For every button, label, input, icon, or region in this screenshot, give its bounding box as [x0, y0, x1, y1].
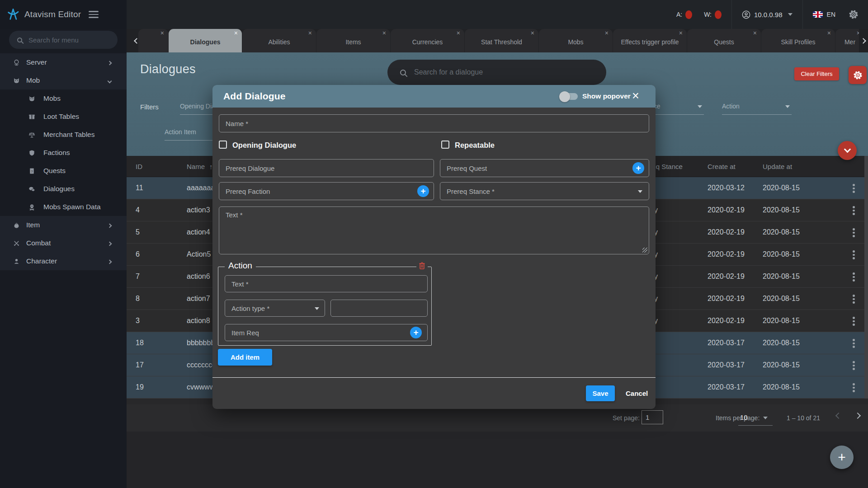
prereq-stance-label: Prereq Stance *: [447, 183, 495, 201]
row-menu-kebab-icon[interactable]: [852, 338, 856, 349]
tab-effects-trigger-profile[interactable]: Effects trigger profile×: [613, 29, 687, 52]
sidebar-item-dialogues[interactable]: Dialogues: [0, 180, 127, 198]
add-dialogue-fab[interactable]: +: [830, 446, 854, 469]
items-per-page-caret-icon[interactable]: [763, 417, 768, 419]
row-menu-kebab-icon[interactable]: [852, 382, 856, 393]
column-header-name[interactable]: Name: [187, 163, 205, 170]
add-item-req-button[interactable]: +: [410, 327, 422, 338]
delete-action-trash-icon[interactable]: [416, 262, 428, 270]
tab-mobs[interactable]: Mobs×: [539, 29, 613, 52]
prereq-quest-field[interactable]: Prereq Quest +: [440, 159, 649, 177]
action-fieldset-legend: Action: [225, 261, 256, 271]
sidebar-search[interactable]: [9, 31, 118, 49]
prereq-dialogue-field[interactable]: Prereq Dialogue: [219, 159, 434, 177]
auth-status-label: A:: [676, 11, 682, 18]
column-header-id[interactable]: ID: [136, 163, 142, 170]
scrollbar-track[interactable]: [864, 156, 868, 399]
close-icon[interactable]: ×: [632, 85, 639, 107]
atavism-logo: [6, 8, 20, 21]
cell-id: 4: [136, 206, 140, 214]
row-menu-kebab-icon[interactable]: [852, 205, 856, 216]
settings-gear-icon[interactable]: [848, 9, 859, 20]
add-prereq-faction-button[interactable]: +: [417, 185, 429, 197]
tab-close-icon[interactable]: ×: [827, 30, 831, 36]
tab-stat-threshold[interactable]: Stat Threshold×: [465, 29, 538, 52]
opening-dialogue-checkbox[interactable]: [219, 141, 227, 149]
tab-close-icon[interactable]: ×: [679, 30, 683, 36]
language-label[interactable]: EN: [827, 11, 835, 18]
item-req-field[interactable]: Item Req +: [225, 324, 428, 341]
cell-id: 5: [136, 228, 140, 236]
action-value-field[interactable]: [330, 300, 428, 317]
sidebar-item-merchant-tables[interactable]: Merchant Tables: [0, 126, 127, 144]
tab-close-icon[interactable]: ×: [531, 30, 534, 36]
tab-scroll-right-icon[interactable]: [859, 29, 867, 52]
sidebar-item-character[interactable]: Character: [0, 252, 127, 270]
modal-header: Add Dialogue Show popover ×: [212, 85, 656, 108]
action-text-label: Text *: [231, 276, 249, 293]
server-ip-caret-icon[interactable]: [788, 13, 793, 16]
sidebar-item-factions[interactable]: Factions: [0, 144, 127, 162]
tab-remnant[interactable]: ×: [138, 29, 168, 52]
row-menu-kebab-icon[interactable]: [852, 294, 856, 305]
row-menu-kebab-icon[interactable]: [852, 227, 856, 238]
sidebar-search-input[interactable]: [28, 36, 109, 44]
table-settings-button[interactable]: [849, 66, 867, 84]
sidebar-item-mobs[interactable]: Mobs: [0, 89, 127, 108]
tab-close-icon[interactable]: ×: [605, 30, 609, 36]
text-area-field[interactable]: Text *: [219, 206, 649, 254]
row-menu-kebab-icon[interactable]: [852, 360, 856, 371]
clear-filters-button[interactable]: Clear Filters: [794, 67, 839, 80]
dialogue-search-input[interactable]: [413, 68, 585, 77]
action-type-select[interactable]: Action type *: [225, 300, 325, 317]
row-menu-kebab-icon[interactable]: [852, 272, 856, 282]
server-profile-icon: [742, 10, 750, 19]
tab-skill-profiles[interactable]: Skill Profiles×: [761, 29, 835, 52]
sidebar-item-mob[interactable]: Mob: [0, 71, 127, 89]
tab-close-icon[interactable]: ×: [234, 30, 238, 36]
save-button[interactable]: Save: [586, 385, 615, 401]
sidebar-item-server[interactable]: Server: [0, 53, 127, 71]
scales-icon: [28, 131, 35, 138]
cancel-button[interactable]: Cancel: [623, 385, 651, 401]
tab-close-icon[interactable]: ×: [753, 30, 757, 36]
scroll-down-fab[interactable]: [838, 141, 857, 160]
tab-label: Items: [345, 36, 361, 46]
tab-quests[interactable]: Quests×: [687, 29, 761, 52]
tab-abilities[interactable]: Abilities×: [242, 29, 316, 52]
tab-currencies[interactable]: Currencies×: [391, 29, 464, 52]
dialogue-search[interactable]: [387, 60, 606, 85]
hamburger-menu-icon[interactable]: [89, 11, 99, 20]
add-item-button[interactable]: Add item: [218, 349, 272, 366]
action-text-field[interactable]: Text *: [225, 275, 428, 292]
show-popover-toggle[interactable]: [561, 93, 578, 100]
column-header-update-at[interactable]: Update at: [763, 163, 792, 170]
items-per-page-value[interactable]: 10: [740, 413, 748, 421]
sidebar-item-item[interactable]: Item: [0, 216, 127, 234]
column-header-create-at[interactable]: Create at: [708, 163, 736, 170]
tab-close-icon[interactable]: ×: [160, 30, 164, 36]
sidebar-item-label: Mob: [26, 76, 40, 84]
sidebar-item-combat[interactable]: Combat: [0, 234, 127, 252]
repeatable-checkbox[interactable]: [441, 141, 449, 149]
row-menu-kebab-icon[interactable]: [852, 183, 856, 194]
tab-close-icon[interactable]: ×: [382, 30, 386, 36]
tab-dialogues[interactable]: Dialogues×: [169, 29, 242, 52]
filter-action[interactable]: Action: [722, 99, 792, 115]
uk-flag-icon[interactable]: [813, 11, 823, 18]
row-menu-kebab-icon[interactable]: [852, 316, 856, 327]
server-ip-value[interactable]: 10.0.0.98: [754, 11, 783, 19]
resize-handle[interactable]: [642, 248, 647, 253]
sidebar-item-loot-tables[interactable]: Loot Tables: [0, 108, 127, 126]
prereq-faction-field[interactable]: Prereq Faction +: [219, 182, 434, 200]
tab-close-icon[interactable]: ×: [308, 30, 312, 36]
name-field[interactable]: Name *: [219, 114, 649, 132]
prereq-stance-select[interactable]: Prereq Stance *: [440, 182, 649, 200]
tab-close-icon[interactable]: ×: [457, 30, 460, 36]
sidebar-item-mobs-spawn-data[interactable]: Mobs Spawn Data: [0, 198, 127, 216]
sidebar-item-quests[interactable]: ?Quests: [0, 162, 127, 180]
set-page-input[interactable]: [642, 410, 663, 424]
add-prereq-quest-button[interactable]: +: [632, 162, 644, 174]
row-menu-kebab-icon[interactable]: [852, 249, 856, 260]
tab-items[interactable]: Items×: [316, 29, 390, 52]
